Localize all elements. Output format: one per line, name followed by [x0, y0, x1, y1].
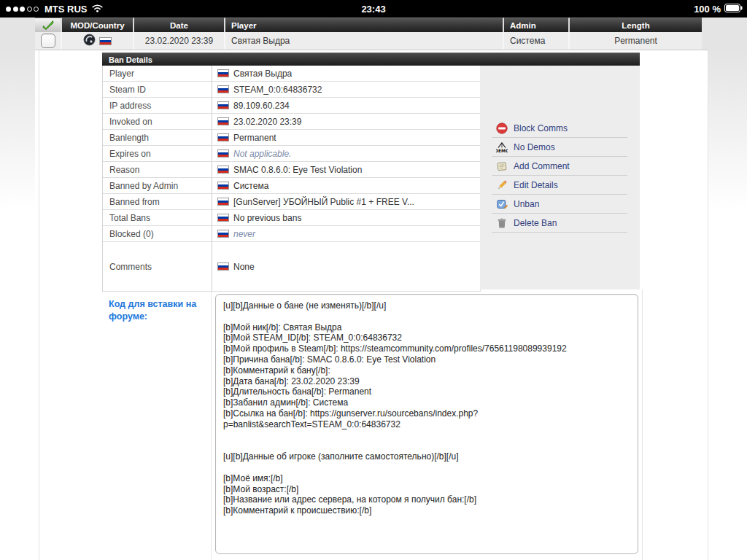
detail-value: STEAM_0:0:64836732 — [212, 82, 481, 97]
russia-flag-icon — [217, 69, 229, 77]
detail-label: Blocked (0) — [103, 226, 212, 241]
ban-details-row: Total Bans No previous bans — [103, 210, 481, 226]
detail-value: Система — [212, 178, 481, 193]
ban-details-row: IP address 89.109.60.234 — [103, 98, 481, 114]
edit-details-button[interactable]: Edit Details — [492, 176, 627, 195]
detail-label: IP address — [103, 98, 212, 113]
russia-flag-icon — [217, 198, 229, 206]
right-margin — [708, 50, 747, 210]
ban-details-row: Banned from [GunServer] УБОЙНЫЙ Public #… — [103, 194, 481, 210]
ban-details-row: Steam ID STEAM_0:0:64836732 — [103, 82, 481, 98]
unban-icon — [496, 198, 508, 210]
ban-details-title: Ban Details — [109, 55, 152, 64]
detail-label: Reason — [103, 162, 212, 177]
detail-label: Banned by Admin — [103, 178, 212, 193]
status-time: 23:43 — [0, 4, 747, 15]
delete-ban-button[interactable]: Delete Ban — [492, 214, 627, 233]
ban-length: Permanent — [570, 32, 702, 50]
detail-value: None — [212, 242, 481, 291]
detail-label: Steam ID — [103, 82, 212, 97]
column-header-date[interactable]: Date — [134, 18, 225, 32]
ban-details-row: Banned by Admin Система — [103, 178, 481, 194]
russia-flag-icon — [217, 166, 229, 174]
no-demos-button[interactable]: DEMO No Demos — [492, 138, 627, 157]
detail-value: Святая Выдра — [212, 66, 481, 81]
detail-value: [GunServer] УБОЙНЫЙ Public #1 + FREE V..… — [212, 194, 481, 209]
row-checkbox[interactable] — [41, 34, 55, 48]
detail-label: Player — [103, 66, 212, 81]
detail-value: 89.109.60.234 — [212, 98, 481, 113]
column-header-length[interactable]: Length — [570, 18, 702, 32]
ban-details-row: Blocked (0) never — [103, 226, 481, 242]
ban-player: Святая Выдра — [225, 32, 504, 50]
block-comms-icon — [496, 122, 508, 134]
ban-details-title-bar: Ban Details — [102, 52, 640, 66]
battery-percent: 100 % — [694, 4, 721, 15]
detail-label: Banned from — [103, 194, 212, 209]
ban-admin: Система — [504, 32, 570, 50]
no-demos-icon: DEMO — [496, 141, 508, 153]
svg-text:DEMO: DEMO — [496, 147, 508, 152]
layout-divider — [708, 50, 708, 560]
counter-strike-icon — [83, 34, 96, 48]
russia-flag-icon — [217, 85, 229, 93]
left-margin — [0, 50, 35, 210]
action-panel: Block Comms DEMO No Demos — [480, 66, 640, 289]
detail-label: Expires on — [103, 146, 212, 161]
detail-value: never — [212, 226, 481, 241]
screen: 23:43 MTS RUS 100 % — [0, 0, 747, 560]
detail-label: Comments — [103, 242, 212, 291]
column-header-player[interactable]: Player — [225, 18, 504, 32]
status-bar: 23:43 MTS RUS 100 % — [0, 0, 747, 18]
layout-divider — [642, 289, 643, 560]
ban-details-row: Comments None — [103, 242, 481, 292]
select-all-header[interactable] — [35, 18, 62, 32]
ban-date: 23.02.2020 23:39 — [134, 32, 225, 50]
ban-details-row: Invoked on 23.02.2020 23:39 — [103, 114, 481, 130]
ban-row[interactable]: 23.02.2020 23:39 Святая Выдра Система Pe… — [35, 32, 708, 50]
ban-details-row: Banlength Permanent — [103, 130, 481, 146]
add-comment-button[interactable]: Add Comment — [492, 157, 627, 176]
ban-details-row: Reason SMAC 0.8.6.0: Eye Test Violation — [103, 162, 481, 178]
add-comment-icon — [496, 160, 508, 172]
column-header-mod-country[interactable]: MOD/Country — [62, 18, 134, 32]
unban-button[interactable]: Unban — [492, 195, 627, 214]
edit-details-icon — [496, 179, 508, 191]
detail-value: No previous bans — [212, 210, 481, 225]
block-comms-button[interactable]: Block Comms — [492, 119, 627, 138]
russia-flag-icon — [217, 149, 229, 158]
layout-divider — [39, 50, 39, 560]
ban-details-row: Player Святая Выдра — [103, 66, 481, 82]
russia-flag-icon — [217, 117, 229, 125]
detail-value: Not applicable. — [212, 146, 481, 161]
column-header-admin[interactable]: Admin — [504, 18, 570, 32]
russia-flag-icon — [217, 230, 229, 238]
banlist-table: MOD/Country Date Player Admin Length 23.… — [35, 18, 708, 50]
action-list: Block Comms DEMO No Demos — [492, 119, 627, 233]
russia-flag-icon — [217, 214, 229, 222]
battery-icon — [724, 4, 743, 15]
russia-flag-icon — [217, 182, 229, 190]
russia-flag-icon — [217, 133, 229, 141]
detail-label: Total Bans — [103, 210, 212, 225]
detail-value: SMAC 0.8.6.0: Eye Test Violation — [212, 162, 481, 177]
banlist-header-row: MOD/Country Date Player Admin Length — [35, 18, 708, 32]
forum-code-label: Код для вставки на форуме: — [102, 292, 212, 560]
detail-label: Banlength — [103, 130, 212, 145]
ban-details-row: Expires on Not applicable. — [103, 146, 481, 162]
detail-value: 23.02.2020 23:39 — [212, 114, 481, 129]
russia-flag-icon — [217, 262, 229, 271]
detail-label: Invoked on — [103, 114, 212, 129]
forum-code-textarea[interactable]: [u][b]Данные о бане (не изменять)[/b][/u… — [215, 294, 638, 554]
ban-details-table: Player Святая Выдра Steam ID STEAM_0:0:6… — [102, 66, 481, 292]
checkmark-icon — [42, 20, 54, 31]
russia-flag-icon — [99, 37, 112, 45]
russia-flag-icon — [217, 101, 229, 109]
detail-value: Permanent — [212, 130, 481, 145]
delete-ban-icon — [496, 217, 508, 229]
